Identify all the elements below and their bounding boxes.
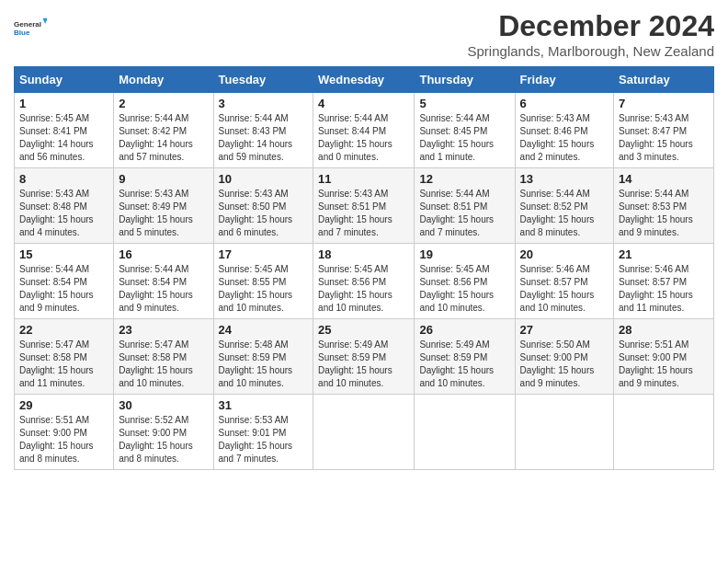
- day-number: 4: [318, 97, 409, 110]
- day-number: 21: [619, 247, 709, 261]
- calendar-cell: 3Sunrise: 5:44 AM Sunset: 8:43 PM Daylig…: [213, 93, 313, 168]
- day-info: Sunrise: 5:44 AM Sunset: 8:45 PM Dayligh…: [419, 112, 509, 164]
- calendar-header-monday: Monday: [114, 67, 213, 93]
- calendar-cell: 11Sunrise: 5:43 AM Sunset: 8:51 PM Dayli…: [313, 168, 415, 244]
- calendar-cell: 2Sunrise: 5:44 AM Sunset: 8:42 PM Daylig…: [114, 93, 213, 168]
- day-info: Sunrise: 5:43 AM Sunset: 8:46 PM Dayligh…: [520, 112, 609, 164]
- day-info: Sunrise: 5:43 AM Sunset: 8:47 PM Dayligh…: [619, 112, 709, 164]
- calendar-cell: 8Sunrise: 5:43 AM Sunset: 8:48 PM Daylig…: [15, 168, 114, 244]
- calendar-header-wednesday: Wednesday: [313, 67, 415, 93]
- calendar-cell: 17Sunrise: 5:45 AM Sunset: 8:55 PM Dayli…: [213, 244, 313, 319]
- svg-text:General: General: [14, 20, 41, 29]
- svg-marker-2: [43, 18, 48, 24]
- day-info: Sunrise: 5:43 AM Sunset: 8:48 PM Dayligh…: [19, 188, 108, 239]
- calendar-table: SundayMondayTuesdayWednesdayThursdayFrid…: [14, 66, 714, 470]
- calendar-cell: 24Sunrise: 5:48 AM Sunset: 8:59 PM Dayli…: [213, 319, 313, 395]
- day-number: 12: [419, 172, 509, 186]
- calendar-cell: [415, 395, 515, 470]
- day-number: 26: [419, 323, 509, 337]
- calendar-cell: 9Sunrise: 5:43 AM Sunset: 8:49 PM Daylig…: [114, 168, 213, 244]
- calendar-cell: [515, 395, 613, 470]
- svg-text:Blue: Blue: [14, 29, 30, 37]
- day-number: 27: [520, 323, 609, 337]
- calendar-cell: 6Sunrise: 5:43 AM Sunset: 8:46 PM Daylig…: [515, 93, 613, 168]
- calendar-header-thursday: Thursday: [415, 67, 515, 93]
- calendar-cell: 7Sunrise: 5:43 AM Sunset: 8:47 PM Daylig…: [614, 93, 714, 168]
- day-number: 19: [419, 247, 509, 261]
- day-info: Sunrise: 5:46 AM Sunset: 8:57 PM Dayligh…: [520, 263, 609, 315]
- day-info: Sunrise: 5:44 AM Sunset: 8:52 PM Dayligh…: [520, 188, 609, 239]
- logo: General Blue: [14, 9, 47, 48]
- day-info: Sunrise: 5:51 AM Sunset: 9:00 PM Dayligh…: [19, 414, 108, 465]
- day-info: Sunrise: 5:49 AM Sunset: 8:59 PM Dayligh…: [318, 339, 409, 390]
- calendar-cell: 1Sunrise: 5:45 AM Sunset: 8:41 PM Daylig…: [15, 93, 114, 168]
- logo-svg: General Blue: [14, 9, 47, 48]
- calendar-cell: 20Sunrise: 5:46 AM Sunset: 8:57 PM Dayli…: [515, 244, 613, 319]
- calendar-cell: 16Sunrise: 5:44 AM Sunset: 8:54 PM Dayli…: [114, 244, 213, 319]
- calendar-cell: 30Sunrise: 5:52 AM Sunset: 9:00 PM Dayli…: [114, 395, 213, 470]
- day-number: 28: [619, 323, 709, 337]
- calendar-cell: 10Sunrise: 5:43 AM Sunset: 8:50 PM Dayli…: [213, 168, 313, 244]
- day-number: 3: [219, 97, 309, 110]
- day-info: Sunrise: 5:45 AM Sunset: 8:56 PM Dayligh…: [318, 263, 409, 315]
- calendar-header-saturday: Saturday: [614, 67, 714, 93]
- calendar-header-friday: Friday: [515, 67, 613, 93]
- day-number: 15: [19, 247, 108, 261]
- day-number: 24: [219, 323, 309, 337]
- day-number: 17: [219, 247, 309, 261]
- day-info: Sunrise: 5:44 AM Sunset: 8:43 PM Dayligh…: [219, 112, 309, 164]
- day-number: 16: [119, 247, 208, 261]
- day-number: 1: [19, 97, 108, 110]
- calendar-cell: 15Sunrise: 5:44 AM Sunset: 8:54 PM Dayli…: [15, 244, 114, 319]
- calendar-cell: 18Sunrise: 5:45 AM Sunset: 8:56 PM Dayli…: [313, 244, 415, 319]
- calendar-header-sunday: Sunday: [15, 67, 114, 93]
- title-section: December 2024 Springlands, Marlborough, …: [468, 9, 714, 59]
- calendar-cell: 26Sunrise: 5:49 AM Sunset: 8:59 PM Dayli…: [415, 319, 515, 395]
- day-info: Sunrise: 5:44 AM Sunset: 8:51 PM Dayligh…: [419, 188, 509, 239]
- day-info: Sunrise: 5:49 AM Sunset: 8:59 PM Dayligh…: [419, 339, 509, 390]
- calendar-cell: 19Sunrise: 5:45 AM Sunset: 8:56 PM Dayli…: [415, 244, 515, 319]
- day-number: 25: [318, 323, 409, 337]
- day-info: Sunrise: 5:44 AM Sunset: 8:44 PM Dayligh…: [318, 112, 409, 164]
- main-title: December 2024: [468, 9, 714, 43]
- calendar-cell: 5Sunrise: 5:44 AM Sunset: 8:45 PM Daylig…: [415, 93, 515, 168]
- calendar-header: SundayMondayTuesdayWednesdayThursdayFrid…: [15, 67, 714, 93]
- day-info: Sunrise: 5:53 AM Sunset: 9:01 PM Dayligh…: [219, 414, 309, 465]
- day-number: 11: [318, 172, 409, 186]
- calendar-cell: 22Sunrise: 5:47 AM Sunset: 8:58 PM Dayli…: [15, 319, 114, 395]
- day-number: 9: [119, 172, 208, 186]
- day-number: 6: [520, 97, 609, 110]
- calendar-cell: 4Sunrise: 5:44 AM Sunset: 8:44 PM Daylig…: [313, 93, 415, 168]
- day-info: Sunrise: 5:45 AM Sunset: 8:55 PM Dayligh…: [219, 263, 309, 315]
- day-info: Sunrise: 5:51 AM Sunset: 9:00 PM Dayligh…: [619, 339, 709, 390]
- day-number: 22: [19, 323, 108, 337]
- day-info: Sunrise: 5:50 AM Sunset: 9:00 PM Dayligh…: [520, 339, 609, 390]
- page-header: General Blue December 2024 Springlands, …: [14, 9, 714, 59]
- calendar-cell: 29Sunrise: 5:51 AM Sunset: 9:00 PM Dayli…: [15, 395, 114, 470]
- day-number: 23: [119, 323, 208, 337]
- day-number: 7: [619, 97, 709, 110]
- day-number: 2: [119, 97, 208, 110]
- day-info: Sunrise: 5:48 AM Sunset: 8:59 PM Dayligh…: [219, 339, 309, 390]
- day-number: 8: [19, 172, 108, 186]
- calendar-cell: 13Sunrise: 5:44 AM Sunset: 8:52 PM Dayli…: [515, 168, 613, 244]
- day-number: 10: [219, 172, 309, 186]
- day-info: Sunrise: 5:43 AM Sunset: 8:50 PM Dayligh…: [219, 188, 309, 239]
- day-number: 14: [619, 172, 709, 186]
- day-info: Sunrise: 5:44 AM Sunset: 8:42 PM Dayligh…: [119, 112, 208, 164]
- day-info: Sunrise: 5:45 AM Sunset: 8:56 PM Dayligh…: [419, 263, 509, 315]
- calendar-cell: 23Sunrise: 5:47 AM Sunset: 8:58 PM Dayli…: [114, 319, 213, 395]
- calendar-cell: 12Sunrise: 5:44 AM Sunset: 8:51 PM Dayli…: [415, 168, 515, 244]
- day-info: Sunrise: 5:44 AM Sunset: 8:54 PM Dayligh…: [119, 263, 208, 315]
- calendar-cell: [614, 395, 714, 470]
- day-info: Sunrise: 5:47 AM Sunset: 8:58 PM Dayligh…: [19, 339, 108, 390]
- day-number: 13: [520, 172, 609, 186]
- day-info: Sunrise: 5:46 AM Sunset: 8:57 PM Dayligh…: [619, 263, 709, 315]
- day-info: Sunrise: 5:45 AM Sunset: 8:41 PM Dayligh…: [19, 112, 108, 164]
- calendar-cell: 28Sunrise: 5:51 AM Sunset: 9:00 PM Dayli…: [614, 319, 714, 395]
- calendar-header-tuesday: Tuesday: [213, 67, 313, 93]
- day-number: 31: [219, 398, 309, 412]
- day-number: 20: [520, 247, 609, 261]
- day-number: 30: [119, 398, 208, 412]
- calendar-cell: [313, 395, 415, 470]
